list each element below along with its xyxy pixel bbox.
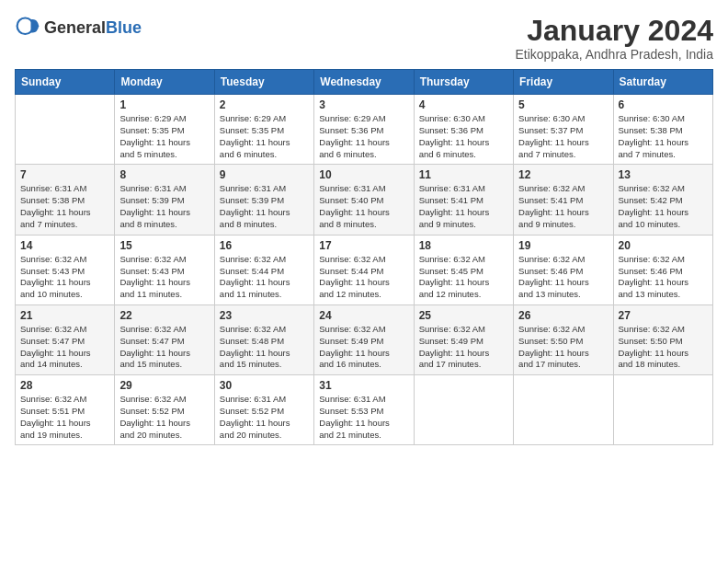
day-info: Sunrise: 6:31 AMSunset: 5:39 PMDaylight:… bbox=[220, 183, 309, 230]
day-info: Sunrise: 6:32 AMSunset: 5:45 PMDaylight:… bbox=[419, 254, 508, 301]
day-info: Sunrise: 6:32 AMSunset: 5:51 PMDaylight:… bbox=[20, 394, 109, 441]
calendar-table: SundayMondayTuesdayWednesdayThursdayFrid… bbox=[15, 69, 713, 445]
logo: GeneralBlue bbox=[15, 15, 142, 40]
calendar-cell bbox=[414, 375, 513, 445]
logo-icon bbox=[15, 15, 40, 40]
calendar-cell: 26Sunrise: 6:32 AMSunset: 5:50 PMDayligh… bbox=[514, 304, 613, 374]
day-info: Sunrise: 6:32 AMSunset: 5:49 PMDaylight:… bbox=[319, 324, 408, 371]
day-info: Sunrise: 6:30 AMSunset: 5:38 PMDaylight:… bbox=[619, 113, 708, 160]
day-info: Sunrise: 6:31 AMSunset: 5:41 PMDaylight:… bbox=[419, 183, 508, 230]
day-number: 29 bbox=[119, 379, 209, 392]
day-number: 15 bbox=[119, 239, 209, 252]
calendar-cell: 1Sunrise: 6:29 AMSunset: 5:35 PMDaylight… bbox=[115, 95, 214, 165]
day-of-week-header: Tuesday bbox=[214, 70, 313, 95]
day-info: Sunrise: 6:29 AMSunset: 5:35 PMDaylight:… bbox=[119, 113, 209, 160]
day-of-week-header: Saturday bbox=[613, 70, 712, 95]
day-info: Sunrise: 6:31 AMSunset: 5:39 PMDaylight:… bbox=[119, 183, 209, 230]
calendar-cell: 30Sunrise: 6:31 AMSunset: 5:52 PMDayligh… bbox=[214, 375, 313, 445]
calendar-cell: 25Sunrise: 6:32 AMSunset: 5:49 PMDayligh… bbox=[414, 304, 513, 374]
calendar-cell: 24Sunrise: 6:32 AMSunset: 5:49 PMDayligh… bbox=[314, 304, 414, 374]
calendar-cell bbox=[613, 375, 712, 445]
day-number: 10 bbox=[319, 168, 408, 181]
day-number: 17 bbox=[319, 239, 408, 252]
day-number: 22 bbox=[119, 309, 209, 322]
calendar-week-row: 14Sunrise: 6:32 AMSunset: 5:43 PMDayligh… bbox=[16, 235, 713, 304]
day-number: 7 bbox=[20, 168, 109, 181]
day-of-week-header: Sunday bbox=[16, 70, 115, 95]
day-number: 8 bbox=[119, 168, 209, 181]
calendar-cell: 31Sunrise: 6:31 AMSunset: 5:53 PMDayligh… bbox=[314, 375, 414, 445]
calendar-cell: 29Sunrise: 6:32 AMSunset: 5:52 PMDayligh… bbox=[115, 375, 214, 445]
calendar-cell: 14Sunrise: 6:32 AMSunset: 5:43 PMDayligh… bbox=[16, 235, 115, 304]
day-number: 19 bbox=[518, 239, 608, 252]
calendar-cell: 20Sunrise: 6:32 AMSunset: 5:46 PMDayligh… bbox=[613, 235, 712, 304]
day-number: 31 bbox=[319, 379, 408, 392]
calendar-cell: 12Sunrise: 6:32 AMSunset: 5:41 PMDayligh… bbox=[514, 165, 613, 235]
day-info: Sunrise: 6:32 AMSunset: 5:43 PMDaylight:… bbox=[119, 254, 209, 301]
calendar-cell: 13Sunrise: 6:32 AMSunset: 5:42 PMDayligh… bbox=[613, 165, 712, 235]
day-info: Sunrise: 6:31 AMSunset: 5:38 PMDaylight:… bbox=[20, 183, 109, 230]
day-number: 26 bbox=[518, 309, 608, 322]
day-number: 25 bbox=[419, 309, 508, 322]
calendar-cell: 21Sunrise: 6:32 AMSunset: 5:47 PMDayligh… bbox=[16, 304, 115, 374]
day-info: Sunrise: 6:29 AMSunset: 5:35 PMDaylight:… bbox=[220, 113, 309, 160]
calendar-cell: 15Sunrise: 6:32 AMSunset: 5:43 PMDayligh… bbox=[115, 235, 214, 304]
day-number: 2 bbox=[220, 98, 309, 111]
calendar-week-row: 21Sunrise: 6:32 AMSunset: 5:47 PMDayligh… bbox=[16, 304, 713, 374]
day-number: 21 bbox=[20, 309, 109, 322]
day-number: 23 bbox=[220, 309, 309, 322]
title-block: January 2024 Etikoppaka, Andhra Pradesh,… bbox=[515, 15, 713, 62]
day-number: 3 bbox=[319, 98, 408, 111]
day-number: 20 bbox=[619, 239, 708, 252]
calendar-cell: 7Sunrise: 6:31 AMSunset: 5:38 PMDaylight… bbox=[16, 165, 115, 235]
day-info: Sunrise: 6:32 AMSunset: 5:41 PMDaylight:… bbox=[518, 183, 608, 230]
calendar-cell: 19Sunrise: 6:32 AMSunset: 5:46 PMDayligh… bbox=[514, 235, 613, 304]
day-info: Sunrise: 6:32 AMSunset: 5:44 PMDaylight:… bbox=[220, 254, 309, 301]
day-of-week-header: Friday bbox=[514, 70, 613, 95]
day-number: 9 bbox=[220, 168, 309, 181]
day-number: 14 bbox=[20, 239, 109, 252]
day-number: 4 bbox=[419, 98, 508, 111]
calendar-cell: 22Sunrise: 6:32 AMSunset: 5:47 PMDayligh… bbox=[115, 304, 214, 374]
day-info: Sunrise: 6:32 AMSunset: 5:49 PMDaylight:… bbox=[419, 324, 508, 371]
day-info: Sunrise: 6:32 AMSunset: 5:46 PMDaylight:… bbox=[619, 254, 708, 301]
calendar-cell: 9Sunrise: 6:31 AMSunset: 5:39 PMDaylight… bbox=[214, 165, 313, 235]
day-info: Sunrise: 6:29 AMSunset: 5:36 PMDaylight:… bbox=[319, 113, 408, 160]
calendar-cell: 3Sunrise: 6:29 AMSunset: 5:36 PMDaylight… bbox=[314, 95, 414, 165]
day-info: Sunrise: 6:32 AMSunset: 5:47 PMDaylight:… bbox=[119, 324, 209, 371]
day-info: Sunrise: 6:32 AMSunset: 5:42 PMDaylight:… bbox=[619, 183, 708, 230]
calendar-week-row: 1Sunrise: 6:29 AMSunset: 5:35 PMDaylight… bbox=[16, 95, 713, 165]
calendar-cell: 10Sunrise: 6:31 AMSunset: 5:40 PMDayligh… bbox=[314, 165, 414, 235]
calendar-cell bbox=[16, 95, 115, 165]
day-number: 16 bbox=[220, 239, 309, 252]
day-info: Sunrise: 6:32 AMSunset: 5:50 PMDaylight:… bbox=[518, 324, 608, 371]
day-info: Sunrise: 6:32 AMSunset: 5:50 PMDaylight:… bbox=[619, 324, 708, 371]
day-info: Sunrise: 6:30 AMSunset: 5:37 PMDaylight:… bbox=[518, 113, 608, 160]
day-of-week-header: Wednesday bbox=[314, 70, 414, 95]
day-info: Sunrise: 6:32 AMSunset: 5:44 PMDaylight:… bbox=[319, 254, 408, 301]
day-number: 30 bbox=[220, 379, 309, 392]
calendar-cell: 8Sunrise: 6:31 AMSunset: 5:39 PMDaylight… bbox=[115, 165, 214, 235]
calendar-week-row: 7Sunrise: 6:31 AMSunset: 5:38 PMDaylight… bbox=[16, 165, 713, 235]
day-info: Sunrise: 6:31 AMSunset: 5:40 PMDaylight:… bbox=[319, 183, 408, 230]
calendar-cell: 6Sunrise: 6:30 AMSunset: 5:38 PMDaylight… bbox=[613, 95, 712, 165]
day-info: Sunrise: 6:31 AMSunset: 5:53 PMDaylight:… bbox=[319, 394, 408, 441]
day-number: 11 bbox=[419, 168, 508, 181]
calendar-cell bbox=[514, 375, 613, 445]
calendar-cell: 2Sunrise: 6:29 AMSunset: 5:35 PMDaylight… bbox=[214, 95, 313, 165]
day-number: 6 bbox=[619, 98, 708, 111]
day-number: 28 bbox=[20, 379, 109, 392]
calendar-cell: 23Sunrise: 6:32 AMSunset: 5:48 PMDayligh… bbox=[214, 304, 313, 374]
day-of-week-header: Monday bbox=[115, 70, 214, 95]
day-info: Sunrise: 6:32 AMSunset: 5:46 PMDaylight:… bbox=[518, 254, 608, 301]
logo-text: GeneralBlue bbox=[44, 18, 142, 38]
day-number: 5 bbox=[518, 98, 608, 111]
page-header: GeneralBlue January 2024 Etikoppaka, And… bbox=[15, 15, 713, 62]
day-number: 24 bbox=[319, 309, 408, 322]
calendar-week-row: 28Sunrise: 6:32 AMSunset: 5:51 PMDayligh… bbox=[16, 375, 713, 445]
day-info: Sunrise: 6:32 AMSunset: 5:47 PMDaylight:… bbox=[20, 324, 109, 371]
month-title: January 2024 bbox=[515, 15, 713, 47]
calendar-cell: 11Sunrise: 6:31 AMSunset: 5:41 PMDayligh… bbox=[414, 165, 513, 235]
calendar-cell: 4Sunrise: 6:30 AMSunset: 5:36 PMDaylight… bbox=[414, 95, 513, 165]
day-of-week-header: Thursday bbox=[414, 70, 513, 95]
